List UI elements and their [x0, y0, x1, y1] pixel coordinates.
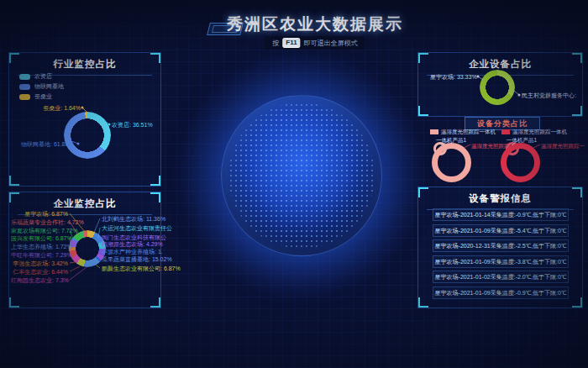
slice-label: 红梅园生态农业: 7.3%: [11, 276, 68, 284]
globe-visualization: [221, 95, 382, 256]
alarm-row: 星宇农场-2021-01-14采集温度:-0.9℃,低于下限:0℃: [433, 208, 569, 221]
slice-label: 丰源水产种业养殖场: 1.: [102, 248, 163, 255]
slice-label: 瓜果蔬菜直播基地: 15.02%: [102, 255, 172, 263]
legend-item-wulianwang[interactable]: 物联网基地: [19, 83, 64, 90]
legend-item-cansang[interactable]: 蚕桑业: [19, 93, 64, 100]
alarm-row: 星宇农场-2021-01-09采集温度:-5.4℃,低于下限:0℃: [433, 224, 569, 237]
legend-swatch-icon: [430, 129, 438, 134]
hint-suffix: 即可退出全屏模式: [304, 39, 358, 48]
legend-item-nongzidian[interactable]: 农资店: [19, 73, 64, 80]
slice-label: 仁丰生态农业: 6.44%: [11, 268, 68, 276]
device-class-left-legend[interactable]: 温湿度光照跟踪一体机: [441, 128, 496, 135]
device-class-right-donut[interactable]: [501, 143, 540, 182]
slice-label: 国兴发有限公司: 6.87%: [11, 234, 68, 242]
enterprise-donut-chart[interactable]: [69, 230, 106, 267]
device-donut-chart[interactable]: [480, 70, 515, 105]
slice-label: 李强生态农场: 3.42%: [11, 260, 68, 267]
slice-label: 鸭潮原生态农场: 4.29%: [102, 240, 163, 248]
alarm-row: 星宇农场-2021-01-02采集温度:-2.0℃,低于下限:0℃: [433, 271, 569, 283]
page-title: 秀洲区农业大数据展示: [42, 13, 588, 35]
legend-label: 蚕桑业: [34, 93, 52, 100]
device-class-right-callout: 温湿度光照跟踪一: [541, 142, 585, 150]
industry-legend: 农资店 物联网基地 蚕桑业: [19, 73, 64, 103]
legend-swatch-icon: [19, 74, 30, 80]
legend-label: 农资店: [34, 73, 52, 80]
slice-label: 星宇农场: 6.87%: [11, 210, 68, 218]
panel-enterprise-ratio: 企业监控占比 星宇农场: 6.87% 乐福蔬菜专业合作社: 4.72% 家庭农场…: [8, 192, 161, 308]
panel-industry-ratio: 行业监控占比 农资店 物联网基地 蚕桑业 蚕桑业: 1.64% 农资店: 36.…: [8, 52, 161, 187]
slice-label: 北刘鹤生态农场: 11.36%: [102, 215, 165, 223]
slice-label-minzhucun: 民主村党群服务中心:: [522, 92, 576, 99]
slice-label-wulianwang: 物联网基地: 61.85%: [21, 140, 74, 148]
fullscreen-hint: 按 F11 即可退出全屏模式: [265, 36, 365, 50]
industry-donut-chart[interactable]: [64, 112, 111, 159]
slice-label-cansang: 蚕桑业: 1.64%: [26, 104, 81, 112]
slice-label: 大运河生态农业有限责任公: [102, 224, 172, 232]
alarm-row: 星宇农场-2021-01-09采集温度:-3.8℃,低于下限:0℃: [433, 255, 569, 268]
hint-prefix: 按: [272, 39, 279, 48]
slice-label: 中旺牛有限公司: 7.29%: [11, 251, 68, 259]
slice-label-xingyu: 星宇农场: 33.33%: [430, 73, 477, 81]
slice-label: 乐福蔬菜专业合作社: 4.72%: [11, 218, 68, 226]
alarm-row: 星宇农场-2021-01-09采集温度:-0.9℃,低于下限:0℃: [433, 287, 569, 299]
slice-label: 上华生态养殖场: 1.72%: [11, 243, 68, 250]
slice-label: 鹏颜生态农业有限公司: 6.87%: [102, 265, 181, 272]
alarm-row: 星宇农场-2020-12-31采集温度:-2.5℃,低于下限:0℃: [433, 239, 569, 252]
panel-device-ratio: 企业设备占比 星宇农场: 33.33% 民主村党群服务中心:: [417, 52, 583, 117]
slice-label-nongzidian: 农资店: 36.51%: [112, 121, 153, 129]
legend-swatch-icon: [19, 94, 30, 100]
slice-label: 家庭农场有限公司: 7.72%: [11, 227, 68, 234]
f11-keycap: F11: [282, 38, 300, 48]
panel-title: 设备警报信息: [427, 192, 574, 210]
legend-swatch-icon: [501, 129, 510, 134]
legend-swatch-icon: [19, 84, 30, 90]
dashboard-stage: 秀洲区农业大数据展示 按 F11 即可退出全屏模式 行业监控占比 农资店 物联网…: [0, 0, 588, 368]
device-class-right-legend[interactable]: 温湿度光照跟踪一体机: [512, 128, 567, 135]
panel-alarms: 设备警报信息 星宇农场-2021-01-14采集温度:-0.9℃,低于下限:0℃…: [417, 187, 583, 308]
device-class-left-donut[interactable]: [432, 143, 471, 182]
legend-label: 物联网基地: [34, 83, 64, 90]
